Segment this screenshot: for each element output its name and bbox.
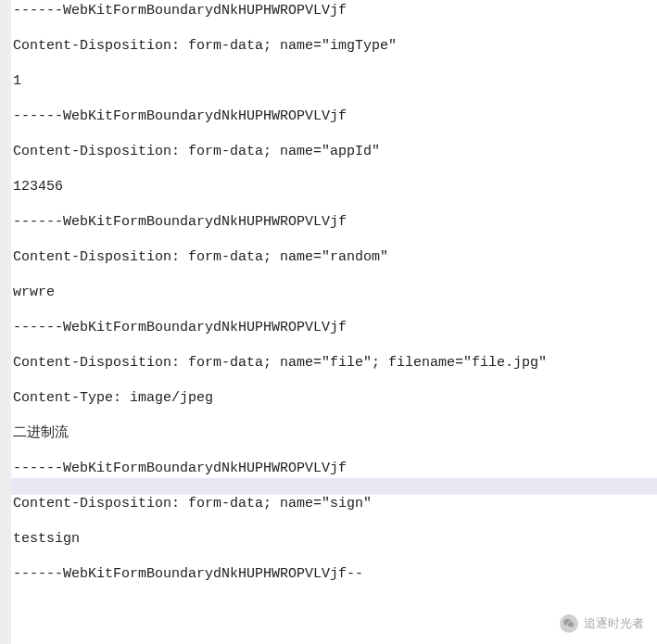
code-line bbox=[13, 443, 657, 460]
code-line bbox=[13, 267, 657, 284]
code-line: ------WebKitFormBoundarydNkHUPHWROPVLVjf… bbox=[13, 565, 657, 584]
code-line bbox=[13, 373, 657, 389]
code-line bbox=[13, 513, 657, 530]
code-line bbox=[13, 302, 657, 319]
code-line: ------WebKitFormBoundarydNkHUPHWROPVLVjf bbox=[13, 107, 657, 126]
watermark-text: 追逐时光者 bbox=[584, 615, 644, 632]
wechat-icon bbox=[560, 614, 578, 633]
code-line bbox=[13, 337, 657, 354]
code-line: 二进制流 bbox=[13, 424, 657, 443]
code-line bbox=[11, 478, 657, 495]
code-line: Content-Disposition: form-data; name="si… bbox=[13, 495, 657, 513]
code-line: ------WebKitFormBoundarydNkHUPHWROPVLVjf bbox=[13, 460, 657, 478]
code-line bbox=[13, 196, 657, 213]
code-line: 123456 bbox=[13, 178, 657, 196]
code-line bbox=[13, 56, 657, 72]
code-line bbox=[13, 20, 657, 37]
line-gutter bbox=[0, 0, 11, 644]
code-line: ------WebKitFormBoundarydNkHUPHWROPVLVjf bbox=[13, 319, 657, 337]
code-line: ------WebKitFormBoundarydNkHUPHWROPVLVjf bbox=[13, 213, 657, 232]
code-line: 1 bbox=[13, 72, 657, 91]
code-content: ------WebKitFormBoundarydNkHUPHWROPVLVjf… bbox=[0, 0, 657, 584]
code-line bbox=[13, 91, 657, 107]
code-line bbox=[13, 161, 657, 178]
code-line: Content-Disposition: form-data; name="ap… bbox=[13, 143, 657, 161]
code-line: testsign bbox=[13, 530, 657, 549]
code-line bbox=[13, 126, 657, 143]
code-line: Content-Disposition: form-data; name="ra… bbox=[13, 248, 657, 267]
code-line bbox=[13, 408, 657, 424]
code-line: Content-Disposition: form-data; name="im… bbox=[13, 37, 657, 56]
watermark: 追逐时光者 bbox=[560, 614, 644, 633]
code-line: Content-Disposition: form-data; name="fi… bbox=[13, 354, 657, 373]
code-line: ------WebKitFormBoundarydNkHUPHWROPVLVjf bbox=[13, 2, 657, 20]
code-line bbox=[13, 232, 657, 248]
code-line bbox=[13, 549, 657, 565]
code-line: wrwre bbox=[13, 284, 657, 302]
code-line: Content-Type: image/jpeg bbox=[13, 389, 657, 408]
